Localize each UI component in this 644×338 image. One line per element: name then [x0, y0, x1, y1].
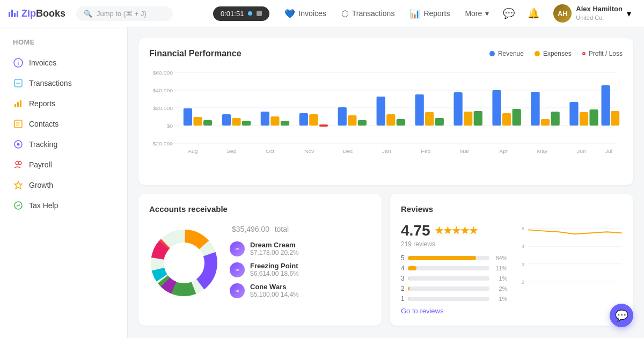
freezing-point-name: Freezing Point: [250, 262, 299, 270]
chart-title: Financial Performance: [149, 49, 241, 58]
svg-rect-58: [589, 109, 598, 126]
search-placeholder: Jump to (⌘ + J): [97, 10, 147, 18]
svg-text:May: May: [537, 149, 547, 154]
sidebar-item-payroll[interactable]: Payroll: [6, 155, 121, 175]
bottom-row: Accounts receivable: [138, 194, 633, 326]
rating-bar-5: 5 84%: [401, 254, 508, 262]
reviews-sparkline: 5 4 3 2: [516, 222, 623, 315]
accounts-title: Accounts receivable: [149, 204, 371, 214]
chat-icon: 💬: [615, 309, 628, 322]
sidebar-item-invoices[interactable]: i Invoices: [6, 53, 121, 73]
go-to-reviews-link[interactable]: Go to reviews: [401, 307, 508, 315]
legend-expenses: Expenses: [535, 50, 572, 57]
svg-rect-35: [299, 113, 308, 126]
svg-rect-5: [17, 102, 19, 107]
user-company: United Co.: [576, 14, 623, 21]
bar-chart: $60,000 $40,000 $20,000 $0 -$20,000: [149, 67, 623, 174]
sidebar-item-contacts[interactable]: Contacts: [6, 114, 121, 134]
nav-invoices-label: Invoices: [298, 9, 326, 18]
bar-pct-3: 1%: [493, 275, 508, 282]
svg-text:$40,000: $40,000: [152, 88, 173, 93]
sidebar-item-tax-help[interactable]: Tax Help: [6, 195, 121, 216]
svg-rect-56: [569, 102, 578, 126]
svg-rect-37: [319, 124, 328, 127]
avatar: AH: [553, 4, 572, 23]
nav-bar: 💙 Invoices ⬡ Transactions 📊 Reports More…: [278, 4, 495, 23]
accounts-total: $35,496.00 total: [230, 222, 371, 234]
sidebar-item-tracking[interactable]: Tracking: [6, 134, 121, 155]
growth-icon: [13, 180, 24, 190]
svg-text:$20,000: $20,000: [152, 106, 173, 111]
svg-rect-38: [338, 107, 347, 126]
nav-item-more[interactable]: More ▾: [458, 5, 495, 22]
svg-rect-7: [14, 120, 22, 128]
cone-wars-icon: ≈: [230, 283, 245, 298]
svg-rect-53: [531, 92, 539, 126]
bar-fill-3: [408, 276, 409, 281]
nav-item-transactions[interactable]: ⬡ Transactions: [335, 4, 401, 23]
svg-rect-29: [222, 114, 231, 126]
svg-text:5: 5: [521, 226, 524, 231]
bar-label-5: 5: [401, 254, 405, 262]
tax-help-icon: [13, 200, 24, 211]
revenue-dot: [489, 51, 495, 56]
svg-rect-27: [193, 117, 202, 126]
user-menu[interactable]: AH Alex Hamilton United Co. ▾: [549, 2, 635, 25]
svg-rect-54: [541, 119, 550, 126]
svg-rect-48: [464, 112, 472, 126]
sidebar-home-label: Home: [6, 36, 121, 53]
chart-area: $60,000 $40,000 $20,000 $0 -$20,000: [149, 67, 623, 174]
svg-rect-50: [492, 90, 501, 126]
svg-rect-28: [203, 120, 212, 126]
bar-label-4: 4: [401, 264, 405, 272]
svg-rect-40: [358, 120, 367, 126]
sidebar-payroll-label: Payroll: [29, 160, 52, 169]
search-bar[interactable]: 🔍 Jump to (⌘ + J): [76, 6, 173, 21]
svg-rect-39: [348, 115, 356, 126]
profit-loss-label: Profit / Loss: [589, 50, 623, 57]
svg-rect-4: [14, 104, 16, 107]
nav-item-invoices[interactable]: 💙 Invoices: [278, 4, 332, 23]
rating-number: 4.75: [401, 222, 430, 239]
svg-rect-36: [309, 114, 318, 126]
financial-performance-card: Financial Performance Revenue Expenses P…: [138, 38, 633, 185]
reviews-content: 4.75 ★★★★★ 219 reviews 5 84% 4: [401, 222, 623, 315]
bar-pct-4: 11%: [493, 265, 508, 271]
notifications-icon-btn[interactable]: 🔔: [524, 4, 543, 23]
sidebar-tax-help-label: Tax Help: [29, 201, 58, 210]
logo[interactable]: ZipBooks: [9, 8, 65, 19]
chevron-down-icon: ▾: [485, 9, 489, 18]
svg-rect-42: [386, 114, 395, 126]
rating-bar-4: 4 11%: [401, 264, 508, 272]
sparkline-chart: 5 4 3 2: [516, 222, 623, 292]
timer-badge[interactable]: 0:01:51: [213, 6, 269, 21]
bar-pct-1: 1%: [493, 296, 508, 302]
header-actions: 💬 🔔 AH Alex Hamilton United Co. ▾: [500, 2, 635, 25]
chat-button[interactable]: 💬: [610, 304, 633, 327]
timer-stop-icon: [257, 11, 262, 16]
sidebar-growth-label: Growth: [29, 181, 53, 189]
sidebar-item-growth[interactable]: Growth: [6, 175, 121, 195]
sidebar-item-reports[interactable]: Reports: [6, 93, 121, 114]
nav-more-label: More: [465, 9, 482, 18]
sidebar-item-transactions[interactable]: Transactions: [6, 73, 121, 93]
bar-fill-1: [408, 297, 409, 301]
sidebar-tracking-label: Tracking: [29, 140, 57, 149]
cone-wars-amount: $5,100.00 14.4%: [250, 291, 299, 298]
list-item: ≈ Dream Cream $7,178.00 20.2%: [230, 241, 371, 256]
bar-fill-2: [408, 286, 409, 291]
main-content: Financial Performance Revenue Expenses P…: [128, 27, 644, 338]
nav-reports-label: Reports: [423, 9, 450, 18]
svg-point-82: [165, 244, 203, 282]
dream-cream-amount: $7,178.00 20.2%: [250, 249, 299, 256]
svg-text:3: 3: [521, 262, 524, 267]
chart-header: Financial Performance Revenue Expenses P…: [149, 49, 623, 58]
chat-icon-btn[interactable]: 💬: [500, 4, 518, 23]
bar-pct-2: 2%: [493, 285, 508, 292]
profit-dot: [582, 52, 586, 55]
svg-text:Dec: Dec: [343, 149, 353, 154]
nav-item-reports[interactable]: 📊 Reports: [403, 4, 456, 23]
rating-bar-1: 1 1%: [401, 295, 508, 303]
transactions-icon: ⬡: [341, 9, 349, 19]
svg-text:Nov: Nov: [304, 149, 314, 154]
